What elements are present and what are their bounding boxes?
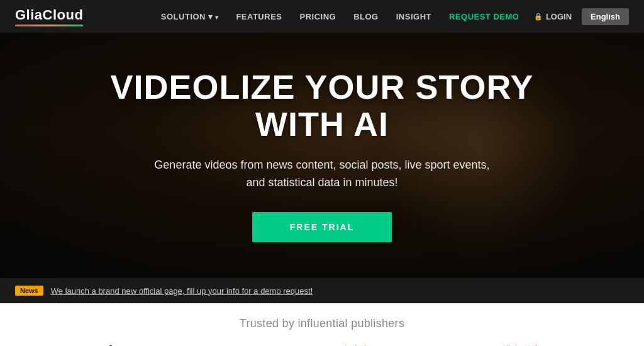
brand-logo-hakebang: 痞客邦 <box>340 344 372 347</box>
nav-item-insight[interactable]: INSIGHT <box>396 12 431 21</box>
hero-content: VIDEOLIZE YOUR STORY WITH AI Generate vi… <box>85 69 558 242</box>
nav-item-features[interactable]: FEATURES <box>236 12 282 21</box>
nav-item-request-demo[interactable]: REQUEST DEMO <box>449 12 519 21</box>
hero-section: VIDEOLIZE YOUR STORY WITH AI Generate vi… <box>0 33 644 278</box>
hero-title-line1: VIDEOLIZE YOUR STORY <box>110 68 533 106</box>
trusted-section: Trusted by influential publishers TikTok… <box>0 303 644 346</box>
free-trial-button[interactable]: FREE TRIAL <box>252 212 392 242</box>
navbar: GliaCloud SOLUTION ▾ FEATURES PRICING BL… <box>0 0 644 33</box>
brand-logos-row: TikTok KKBOX YOUKU 痞客邦 CSM 數位時代 體奧動力 <box>25 343 619 346</box>
nav-item-solution[interactable]: SOLUTION ▾ <box>161 12 219 21</box>
logo-text: GliaCloud <box>15 7 83 23</box>
kkbox-label: KKBOX <box>186 344 228 347</box>
news-banner: News We launch a brand new official page… <box>0 278 644 303</box>
hero-title: VIDEOLIZE YOUR STORY WITH AI <box>110 69 533 143</box>
trusted-title: Trusted by influential publishers <box>25 317 619 330</box>
brand-logo-kkbox: KKBOX <box>186 344 228 347</box>
hero-subtitle: Generate videos from news content, socia… <box>110 156 533 193</box>
brand-logo-youku: YOUKU <box>259 343 309 346</box>
lock-icon: 🔒 <box>534 13 543 21</box>
nav-item-blog[interactable]: BLOG <box>353 12 379 21</box>
nav-links: SOLUTION ▾ FEATURES PRICING BLOG INSIGHT… <box>146 12 533 21</box>
hakebang-label: 痞客邦 <box>340 344 372 347</box>
news-link[interactable]: We launch a brand new official page, fil… <box>51 286 313 296</box>
logo[interactable]: GliaCloud <box>15 7 83 26</box>
youku-label: YOUKU <box>259 343 309 346</box>
nav-item-pricing[interactable]: PRICING <box>300 12 336 21</box>
news-badge: News <box>15 286 43 296</box>
logo-underline-bar <box>15 25 83 26</box>
language-selector[interactable]: English <box>582 8 629 25</box>
hero-title-line2: WITH AI <box>255 105 389 143</box>
nav-right: 🔒 LOGIN English <box>534 8 629 25</box>
login-button[interactable]: 🔒 LOGIN <box>534 12 572 21</box>
login-label: LOGIN <box>546 12 572 21</box>
